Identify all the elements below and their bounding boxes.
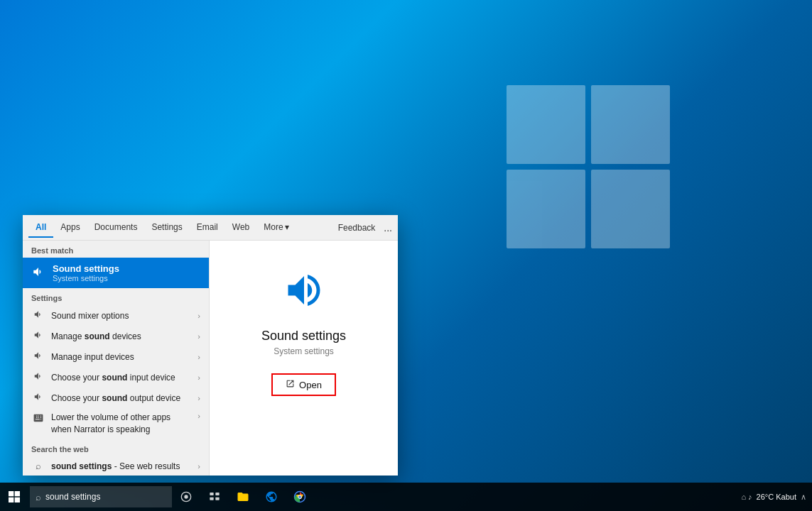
open-button[interactable]: Open xyxy=(271,373,336,396)
result-sound-input-label: Choose your sound input device xyxy=(51,373,192,383)
taskbar-file-explorer[interactable] xyxy=(229,483,257,511)
taskbar-task-view[interactable] xyxy=(200,483,229,511)
taskbar-search-box[interactable]: ⌕ xyxy=(30,486,172,507)
sound-settings-icon xyxy=(31,265,45,281)
settings-section-label: Settings xyxy=(23,288,209,305)
chevron-icon: › xyxy=(197,373,200,382)
right-panel-subtitle: System settings xyxy=(274,346,334,356)
sound-output-icon xyxy=(31,392,45,404)
svg-rect-4 xyxy=(210,498,213,500)
web-result-sound[interactable]: ⌕ sound settings - See web results › xyxy=(23,456,209,476)
taskbar-search-input[interactable] xyxy=(45,492,145,502)
best-match-item[interactable]: Sound settings System settings xyxy=(23,258,209,288)
web-section-label: Search the web xyxy=(23,439,209,456)
svg-point-8 xyxy=(298,495,301,498)
results-list: Best match Sound settings System setting… xyxy=(23,241,209,476)
result-sound-mixer-label: Sound mixer options xyxy=(51,311,192,321)
chevron-icon: › xyxy=(197,353,200,361)
manage-sound-icon xyxy=(31,330,45,342)
right-panel-title: Sound settings xyxy=(261,329,346,344)
content-area: Best match Sound settings System setting… xyxy=(23,241,398,476)
best-match-text: Sound settings System settings xyxy=(53,263,119,282)
result-manage-sound-label: Manage sound devices xyxy=(51,331,192,341)
open-button-label: Open xyxy=(299,380,322,390)
web-result-text: sound settings - See web results xyxy=(51,461,192,471)
tab-settings[interactable]: Settings xyxy=(144,218,189,238)
best-match-title: Sound settings xyxy=(53,263,119,274)
taskbar: ⌕ xyxy=(0,483,812,511)
tab-more[interactable]: More ▾ xyxy=(256,218,296,238)
chevron-icon: › xyxy=(197,412,200,420)
chevron-icon: › xyxy=(197,394,200,402)
sound-input-icon xyxy=(31,371,45,383)
web-search-icon: ⌕ xyxy=(31,461,45,471)
taskbar-chrome[interactable] xyxy=(286,483,314,511)
sound-settings-large-icon xyxy=(283,269,325,320)
result-sound-output-label: Choose your sound output device xyxy=(51,393,192,403)
svg-point-1 xyxy=(184,495,188,498)
right-panel: Sound settings System settings Open xyxy=(209,241,398,476)
chevron-icon: › xyxy=(197,312,200,320)
desktop: uplotify All Apps Documents Settings Ema… xyxy=(0,0,812,511)
result-sound-input[interactable]: Choose your sound input device › xyxy=(23,367,209,388)
svg-rect-5 xyxy=(215,498,219,500)
result-sound-output[interactable]: Choose your sound output device › xyxy=(23,388,209,408)
start-button[interactable] xyxy=(0,483,28,511)
system-tray: ∧ xyxy=(801,493,806,502)
open-button-icon xyxy=(286,379,295,390)
best-match-subtitle: System settings xyxy=(53,274,119,282)
best-match-label: Best match xyxy=(23,241,209,258)
result-manage-input[interactable]: Manage input devices › xyxy=(23,346,209,367)
svg-rect-3 xyxy=(215,493,219,495)
web-chevron-icon: › xyxy=(197,462,200,471)
weather-temp: 26°C Kabut xyxy=(757,493,796,501)
tab-documents[interactable]: Documents xyxy=(87,218,145,238)
result-manage-sound[interactable]: Manage sound devices › xyxy=(23,326,209,346)
tab-email[interactable]: Email xyxy=(190,218,225,238)
system-icons: ⌂ ♪ xyxy=(741,493,752,501)
windows-logo xyxy=(507,85,670,248)
taskbar-right: ⌂ ♪ 26°C Kabut ∧ xyxy=(741,493,812,502)
chevron-icon: › xyxy=(197,332,200,341)
result-manage-input-label: Manage input devices xyxy=(51,352,192,362)
tab-web[interactable]: Web xyxy=(225,218,256,238)
svg-rect-2 xyxy=(210,493,213,495)
sound-mixer-icon xyxy=(31,309,45,322)
result-lower-volume[interactable]: Lower the volume of other appswhen Narra… xyxy=(23,408,209,439)
taskbar-search-icon: ⌕ xyxy=(36,492,41,502)
taskbar-edge[interactable] xyxy=(257,483,286,511)
taskbar-cortana[interactable] xyxy=(172,483,200,511)
feedback-button[interactable]: Feedback xyxy=(338,223,376,233)
search-tabs: All Apps Documents Settings Email Web Mo… xyxy=(23,215,398,241)
result-sound-mixer[interactable]: Sound mixer options › xyxy=(23,305,209,326)
manage-input-icon xyxy=(31,351,45,363)
lower-volume-icon xyxy=(31,413,45,425)
tabs-right: Feedback ... xyxy=(338,222,392,233)
more-options-button[interactable]: ... xyxy=(384,222,392,233)
search-panel: All Apps Documents Settings Email Web Mo… xyxy=(23,215,398,476)
tab-apps[interactable]: Apps xyxy=(53,218,87,238)
tab-all[interactable]: All xyxy=(28,218,53,238)
result-lower-volume-label: Lower the volume of other appswhen Narra… xyxy=(51,412,192,436)
